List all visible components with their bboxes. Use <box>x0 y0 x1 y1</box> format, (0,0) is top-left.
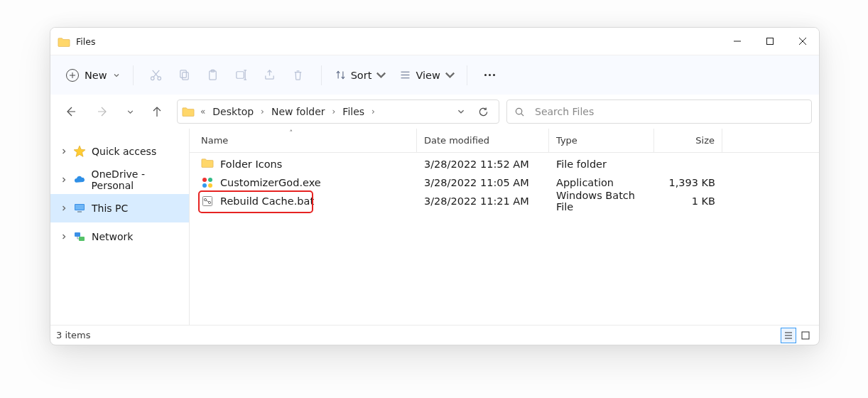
large-icons-view-button[interactable] <box>798 328 813 343</box>
share-button[interactable] <box>256 61 284 90</box>
up-button[interactable] <box>144 99 170 124</box>
svg-rect-42 <box>802 332 809 339</box>
sidebar-item-label: Network <box>92 231 133 242</box>
sidebar-item-quick-access[interactable]: Quick access <box>50 137 189 166</box>
file-name: CustomizerGod.exe <box>220 177 321 188</box>
toolbar-separator <box>467 65 467 85</box>
file-row[interactable]: CustomizerGod.exe 3/28/2022 11:05 AM App… <box>190 173 819 192</box>
cut-button[interactable] <box>142 61 170 90</box>
back-button[interactable] <box>58 99 83 124</box>
svg-point-33 <box>202 183 207 188</box>
minimize-button[interactable] <box>721 28 754 55</box>
content-pane: ˄ Name Date modified Type Size Folder Ic… <box>190 129 819 325</box>
window-folder-icon <box>58 36 70 46</box>
toolbar-separator <box>133 65 134 85</box>
column-header-size[interactable]: Size <box>654 129 722 152</box>
plus-circle-icon <box>66 69 79 82</box>
body: Quick access OneDrive - Personal This PC… <box>50 129 819 325</box>
column-header-type[interactable]: Type <box>549 129 654 152</box>
new-button-label: New <box>85 70 107 81</box>
maximize-button[interactable] <box>754 28 786 55</box>
svg-rect-28 <box>79 237 85 241</box>
sidebar-item-this-pc[interactable]: This PC <box>50 194 189 222</box>
chevron-right-icon <box>60 205 67 212</box>
breadcrumb-item[interactable]: Desktop <box>211 106 255 117</box>
navigation-pane: Quick access OneDrive - Personal This PC… <box>50 129 190 325</box>
details-view-button[interactable] <box>781 328 796 343</box>
file-type: Windows Batch File <box>549 190 654 213</box>
chevron-right-icon: › <box>369 107 378 117</box>
paste-button[interactable] <box>199 61 227 90</box>
search-icon <box>514 107 525 117</box>
sort-indicator-icon: ˄ <box>289 129 293 137</box>
more-button[interactable] <box>476 61 504 90</box>
star-icon <box>73 145 86 158</box>
file-list: Folder Icons 3/28/2022 11:52 AM File fol… <box>190 153 819 325</box>
sidebar-item-label: Quick access <box>92 146 156 157</box>
explorer-window: Files New Sort View <box>50 27 820 345</box>
exe-icon <box>201 176 214 189</box>
file-size: 1,393 KB <box>654 177 722 188</box>
svg-point-5 <box>158 77 161 80</box>
search-box[interactable] <box>506 100 812 124</box>
svg-rect-25 <box>75 205 84 210</box>
file-date: 3/28/2022 11:05 AM <box>417 177 549 188</box>
address-bar[interactable]: « Desktop › New folder › Files › <box>177 100 499 124</box>
file-name: Rebuild Cache.bat <box>220 195 314 207</box>
chevron-right-icon <box>60 148 67 155</box>
svg-rect-8 <box>180 70 187 77</box>
status-bar: 3 items <box>50 325 819 345</box>
svg-point-31 <box>202 178 207 182</box>
file-date: 3/28/2022 11:52 AM <box>417 158 549 170</box>
window-title: Files <box>76 36 95 47</box>
network-icon <box>73 230 86 243</box>
file-row[interactable]: Folder Icons 3/28/2022 11:52 AM File fol… <box>190 155 819 173</box>
svg-rect-9 <box>183 72 189 80</box>
svg-rect-26 <box>77 211 82 213</box>
file-row-highlighted[interactable]: Rebuild Cache.bat 3/28/2022 11:21 AM Win… <box>190 192 819 210</box>
column-header-name[interactable]: ˄ Name <box>190 129 417 152</box>
recent-locations-button[interactable] <box>123 99 137 124</box>
view-button[interactable]: View <box>389 61 457 90</box>
svg-point-22 <box>516 108 521 114</box>
sort-label: Sort <box>351 70 372 81</box>
sidebar-item-onedrive[interactable]: OneDrive - Personal <box>50 166 189 194</box>
search-input[interactable] <box>533 105 804 118</box>
file-type: File folder <box>549 158 654 170</box>
svg-line-7 <box>153 70 158 77</box>
svg-rect-27 <box>75 232 80 237</box>
folder-icon <box>201 158 214 171</box>
toolbar-separator <box>321 65 322 85</box>
svg-point-32 <box>208 178 212 182</box>
copy-button[interactable] <box>170 61 199 90</box>
chevron-right-icon: › <box>258 107 267 117</box>
chevron-right-icon <box>60 176 67 183</box>
sidebar-item-network[interactable]: Network <box>50 222 189 251</box>
column-header-date[interactable]: Date modified <box>417 129 549 152</box>
sort-button[interactable]: Sort <box>330 61 390 90</box>
breadcrumb-prefix: « <box>197 107 208 117</box>
breadcrumb-item[interactable]: Files <box>341 106 366 117</box>
toolbar: New Sort View <box>50 55 819 95</box>
breadcrumb-item[interactable]: New folder <box>270 106 327 117</box>
chevron-down-icon <box>113 72 120 79</box>
new-button[interactable]: New <box>65 63 124 88</box>
rename-button[interactable] <box>227 61 256 90</box>
item-count: 3 items <box>56 330 91 340</box>
cloud-icon <box>73 173 86 186</box>
delete-button[interactable] <box>284 61 313 90</box>
sidebar-item-label: OneDrive - Personal <box>92 168 189 191</box>
close-button[interactable] <box>786 28 819 55</box>
forward-button[interactable] <box>90 99 116 124</box>
file-type: Application <box>549 177 654 188</box>
address-dropdown-icon[interactable] <box>457 107 465 116</box>
svg-line-23 <box>521 113 523 115</box>
title-bar: Files <box>50 28 819 55</box>
chevron-right-icon <box>60 233 67 240</box>
svg-rect-12 <box>237 72 244 79</box>
view-label: View <box>416 70 440 81</box>
file-date: 3/28/2022 11:21 AM <box>417 195 549 207</box>
column-headers: ˄ Name Date modified Type Size <box>190 129 819 153</box>
chevron-right-icon: › <box>330 107 339 117</box>
refresh-icon[interactable] <box>478 107 489 117</box>
